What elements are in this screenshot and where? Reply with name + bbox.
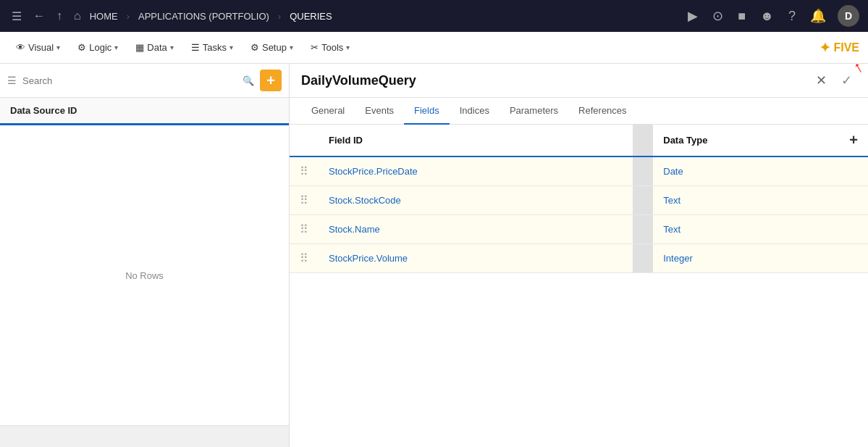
- help-icon[interactable]: ?: [785, 6, 799, 27]
- breadcrumb-home[interactable]: HOME: [90, 11, 118, 22]
- table-header-row: Field ID Data Type +: [290, 125, 868, 156]
- tab-indices[interactable]: Indices: [450, 98, 500, 125]
- tasks-icon: ☰: [191, 42, 200, 53]
- left-panel-footer: [0, 425, 289, 447]
- row-actions-cell: [839, 244, 868, 273]
- data-chevron: ▾: [170, 43, 174, 51]
- right-panel: DailyVolumeQuery ✕ ✓ ↑ General Events Fi…: [290, 64, 868, 447]
- logic-chevron: ▾: [114, 43, 118, 51]
- fields-table: Field ID Data Type + ⠿ StockPrice.PriceD…: [290, 125, 868, 273]
- left-panel-header: Data Source ID: [0, 98, 289, 125]
- toolbar-tools[interactable]: ✂ Tools ▾: [303, 38, 357, 57]
- top-nav: ☰ ← ↑ ⌂ HOME › APPLICATIONS (PORTFOLIO) …: [0, 0, 868, 32]
- add-field-button[interactable]: +: [849, 132, 858, 149]
- nav-right: ▶ ⊙ ■ ☻ ? 🔔 D: [685, 5, 859, 27]
- drag-handle[interactable]: ⠿: [290, 215, 319, 244]
- stop-icon[interactable]: ■: [735, 6, 749, 27]
- field-id-cell: Stock.Name: [319, 215, 633, 244]
- five-star-icon: ✦: [819, 40, 830, 56]
- search-bar: ☰ 🔍 +: [0, 64, 289, 98]
- setup-icon: ⚙: [250, 42, 259, 53]
- five-label: FIVE: [833, 41, 859, 54]
- row-actions-cell: [839, 156, 868, 186]
- row-divider: [633, 244, 653, 273]
- breadcrumb-sep-1: ›: [127, 11, 130, 22]
- play-icon[interactable]: ▶: [685, 5, 701, 27]
- tools-label: Tools: [321, 42, 343, 53]
- no-rows-message: No Rows: [0, 125, 289, 425]
- toolbar-data[interactable]: ▦ Data ▾: [128, 38, 180, 57]
- tools-icon: ✂: [311, 42, 319, 53]
- breadcrumb-queries[interactable]: QUERIES: [290, 11, 332, 22]
- left-panel: ☰ 🔍 + Data Source ID No Rows: [0, 64, 290, 447]
- tasks-label: Tasks: [203, 42, 227, 53]
- visual-icon: 👁: [16, 42, 25, 53]
- tab-fields[interactable]: Fields: [404, 98, 450, 125]
- drag-handle[interactable]: ⠿: [290, 186, 319, 215]
- table-row: ⠿ Stock.Name Text: [290, 215, 868, 244]
- logic-label: Logic: [89, 42, 111, 53]
- bell-icon[interactable]: 🔔: [807, 5, 829, 27]
- tab-parameters[interactable]: Parameters: [500, 98, 568, 125]
- row-actions-cell: [839, 215, 868, 244]
- drag-col-header: [290, 125, 319, 156]
- toolbar-visual[interactable]: 👁 Visual ▾: [9, 38, 67, 57]
- drag-handle[interactable]: ⠿: [290, 244, 319, 273]
- row-divider: [633, 215, 653, 244]
- panel-title: DailyVolumeQuery: [301, 73, 812, 88]
- row-divider: [633, 186, 653, 215]
- tabs: General Events Fields Indices Parameters…: [290, 98, 868, 125]
- panel-actions: ✕ ✓ ↑: [812, 71, 856, 90]
- search-input[interactable]: [22, 75, 237, 86]
- menu-icon[interactable]: ☰: [9, 7, 25, 26]
- add-row-col-header: +: [839, 125, 868, 156]
- field-id-cell: StockPrice.PriceDate: [319, 156, 633, 186]
- robot-icon[interactable]: ☻: [757, 6, 777, 27]
- field-id-cell: Stock.StockCode: [319, 186, 633, 215]
- col-divider: [633, 125, 653, 156]
- up-icon[interactable]: ↑: [54, 7, 65, 25]
- drag-handle[interactable]: ⠿: [290, 156, 319, 186]
- data-type-cell: Text: [653, 186, 839, 215]
- data-type-cell: Date: [653, 156, 839, 186]
- search-nav-icon[interactable]: ⊙: [709, 5, 726, 27]
- visual-label: Visual: [28, 42, 54, 53]
- toolbar: 👁 Visual ▾ ⚙ Logic ▾ ▦ Data ▾ ☰ Tasks ▾ …: [0, 32, 868, 64]
- data-type-cell: Integer: [653, 244, 839, 273]
- avatar[interactable]: D: [838, 5, 859, 27]
- toolbar-setup[interactable]: ⚙ Setup ▾: [243, 38, 300, 57]
- five-logo: ✦ FIVE: [819, 40, 859, 56]
- home-icon[interactable]: ⌂: [71, 7, 84, 25]
- toolbar-logic[interactable]: ⚙ Logic ▾: [70, 38, 125, 57]
- right-panel-header: DailyVolumeQuery ✕ ✓ ↑: [290, 64, 868, 98]
- tab-events[interactable]: Events: [355, 98, 404, 125]
- tools-chevron: ▾: [346, 43, 350, 51]
- data-label: Data: [147, 42, 167, 53]
- data-type-cell: Text: [653, 215, 839, 244]
- data-source-id-label: Data Source ID: [10, 105, 77, 116]
- tasks-chevron: ▾: [229, 43, 233, 51]
- row-actions-cell: [839, 186, 868, 215]
- field-id-cell: StockPrice.Volume: [319, 244, 633, 273]
- main-content: ☰ 🔍 + Data Source ID No Rows DailyVolume…: [0, 64, 868, 447]
- setup-label: Setup: [262, 42, 287, 53]
- tab-general[interactable]: General: [301, 98, 355, 125]
- search-icon[interactable]: 🔍: [243, 75, 254, 86]
- table-row: ⠿ StockPrice.Volume Integer: [290, 244, 868, 273]
- breadcrumb-applications[interactable]: APPLICATIONS (PORTFOLIO): [138, 11, 269, 22]
- table-area: Field ID Data Type + ⠿ StockPrice.PriceD…: [290, 125, 868, 447]
- toolbar-tasks[interactable]: ☰ Tasks ▾: [184, 38, 240, 57]
- logic-icon: ⚙: [77, 42, 86, 53]
- add-button[interactable]: +: [260, 70, 282, 91]
- table-row: ⠿ Stock.StockCode Text: [290, 186, 868, 215]
- data-icon: ▦: [135, 42, 144, 53]
- filter-icon: ☰: [7, 75, 17, 86]
- tab-references[interactable]: References: [568, 98, 636, 125]
- confirm-button[interactable]: ✓: [837, 71, 856, 90]
- back-icon[interactable]: ←: [30, 7, 48, 25]
- row-divider: [633, 156, 653, 186]
- setup-chevron: ▾: [290, 43, 293, 51]
- field-id-header: Field ID: [319, 125, 633, 156]
- close-button[interactable]: ✕: [812, 71, 831, 90]
- table-body: ⠿ StockPrice.PriceDate Date ⠿ Stock.Stoc…: [290, 156, 868, 273]
